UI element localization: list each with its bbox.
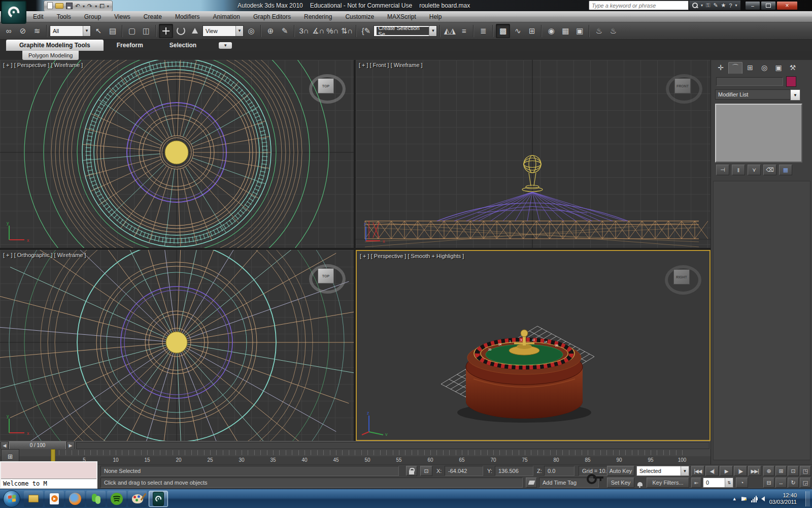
help-icon[interactable]: ? [729, 3, 732, 9]
key-mode-dropdown[interactable]: Selected ▼ [636, 466, 689, 476]
select-by-name-icon[interactable]: ▤ [106, 24, 119, 38]
title-bar[interactable]: ↶▾ ↷▾ ⧠▾ Autodesk 3ds Max 2010 Education… [0, 0, 812, 11]
create-tab-icon[interactable]: ✛ [714, 62, 727, 73]
subscription-key-icon[interactable]: ⚿ [706, 2, 710, 9]
key-mode-toggle-button[interactable]: ⇤ [691, 478, 701, 488]
schematic-view-icon[interactable]: ⊞ [525, 24, 538, 38]
play-button[interactable]: ▶ [720, 466, 733, 476]
menu-item[interactable]: Graph Editors [247, 11, 297, 22]
rectangular-selection-region-icon[interactable]: ▢ [125, 24, 139, 38]
viewport-label[interactable]: [ + ] [ Perspective ] [ Wireframe ] [3, 62, 83, 68]
taskbar-clock[interactable]: 12:40 03/03/2011 [769, 492, 797, 505]
select-object-icon[interactable]: ↖ [92, 24, 105, 38]
menu-item[interactable]: MAXScript [381, 11, 423, 22]
redo-icon[interactable]: ↷ [87, 3, 92, 9]
volume-icon[interactable] [761, 496, 765, 501]
unlink-selection-icon[interactable]: ⊘ [16, 24, 29, 38]
viewport-front[interactable]: [ + ] [ Front ] [ Wireframe ] [356, 60, 710, 248]
action-center-flag-icon[interactable] [741, 497, 747, 501]
new-scene-icon[interactable] [47, 2, 53, 10]
material-editor-icon[interactable]: ◉ [545, 24, 558, 38]
selection-lock-button[interactable] [406, 466, 417, 476]
taskbar-firefox-button[interactable] [65, 491, 85, 507]
snaps-toggle-icon[interactable]: 3∩ [297, 24, 311, 38]
bind-to-space-warp-icon[interactable]: ≋ [30, 24, 44, 38]
set-keys-button[interactable] [587, 473, 604, 482]
viewcube-face[interactable]: RIGHT [673, 269, 690, 284]
menu-item[interactable]: Views [108, 11, 137, 22]
restore-button[interactable] [761, 1, 776, 10]
taskbar-3dsmax-button[interactable] [149, 491, 168, 507]
polygon-modeling-panel-tab[interactable]: Polygon Modeling [22, 51, 79, 60]
viewcube-face[interactable]: FRONT [674, 78, 691, 93]
dropdown-arrow-icon[interactable]: ▼ [429, 26, 436, 36]
modifier-list-arrow-icon[interactable]: ▼ [790, 89, 800, 101]
viewcube[interactable]: RIGHT [665, 263, 697, 293]
select-and-rotate-icon[interactable] [174, 24, 187, 38]
key-filters-button[interactable]: Key Filters... [647, 478, 689, 488]
dropdown-arrow-icon[interactable]: ▼ [83, 26, 90, 36]
ribbon-minimize-icon[interactable]: ▼ [219, 42, 232, 49]
menu-item[interactable]: Create [137, 11, 168, 22]
modifier-stack[interactable] [715, 104, 802, 163]
viewcube-face[interactable]: TOP [318, 268, 334, 283]
track-bar[interactable] [0, 449, 710, 456]
viewcube[interactable]: TOP [309, 262, 342, 292]
close-button[interactable]: × [776, 1, 798, 10]
select-and-scale-icon[interactable] [188, 24, 201, 38]
start-button[interactable] [3, 490, 20, 507]
go-to-start-button[interactable]: |◀◀ [691, 466, 704, 476]
zoom-extents-all-button[interactable]: ◳ [800, 466, 811, 476]
next-frame-arrow[interactable]: ▶ [66, 441, 75, 450]
zoom-button[interactable]: ⊕ [763, 466, 774, 476]
menu-item[interactable]: Help [423, 11, 449, 22]
viewport-top[interactable]: [ + ] [ Perspective ] [ Wireframe ] [0, 60, 354, 248]
viewport-orthographic[interactable]: [ + ] [ Orthographic ] [ Wireframe ] [0, 250, 354, 441]
y-coordinate-field[interactable]: 136.506 [495, 466, 533, 476]
application-menu-button[interactable] [1, 1, 26, 24]
tab-graphite-modeling-tools[interactable]: Graphite Modeling Tools [6, 40, 104, 51]
object-name-field[interactable] [716, 77, 783, 86]
named-selection-sets-icon[interactable]: {✎ [359, 24, 373, 38]
viewcube[interactable]: TOP [309, 72, 342, 102]
configure-modifier-sets-icon[interactable]: ▦ [779, 165, 792, 175]
keyboard-shortcut-override-icon[interactable]: ✎ [278, 24, 291, 38]
viewport-perspective-active[interactable]: [ + ] [ Perspective ] [ Smooth + Highlig… [356, 250, 710, 441]
named-selection-dropdown[interactable]: Create Selection Se ▼ [374, 25, 437, 37]
help-dropdown-icon[interactable]: ▾ [735, 3, 737, 8]
align-icon[interactable]: ≡ [457, 24, 470, 38]
pin-stack-icon[interactable]: ⊣ [716, 165, 729, 175]
qat-dropdown-icon[interactable]: ▾ [107, 4, 109, 9]
maximize-viewport-toggle-button[interactable]: ◲ [800, 478, 811, 488]
favorites-star-icon[interactable]: ★ [721, 2, 726, 9]
menu-item[interactable]: Group [78, 11, 108, 22]
zoom-all-button[interactable]: ⊞ [775, 466, 787, 476]
use-pivot-point-center-icon[interactable]: ◎ [245, 24, 258, 38]
manage-scenes-icon[interactable]: ⧠ [99, 3, 105, 9]
undo-dropdown-icon[interactable]: ▾ [83, 4, 85, 9]
make-unique-icon[interactable]: ⋎ [748, 165, 761, 175]
viewcube[interactable]: FRONT [666, 72, 698, 102]
tab-selection[interactable]: Selection [156, 40, 210, 51]
menu-item[interactable]: Edit [26, 11, 50, 22]
show-hidden-icons-icon[interactable]: ▲ [732, 496, 737, 501]
angle-snap-icon[interactable]: ∡∩ [312, 24, 325, 38]
remove-modifier-icon[interactable]: ⌫ [763, 165, 776, 175]
time-configuration-button[interactable]: ◔ [736, 478, 748, 488]
arc-rotate-button[interactable]: ↻ [788, 478, 799, 488]
taskbar-messenger-button[interactable] [86, 491, 106, 507]
zoom-extents-button[interactable]: ⊡ [788, 466, 799, 476]
time-tag-icon[interactable] [526, 478, 537, 488]
absolute-offset-toggle[interactable]: ⊡ [420, 466, 432, 476]
select-and-manipulate-icon[interactable]: ⊕ [264, 24, 277, 38]
selection-filter-dropdown[interactable]: All ▼ [50, 25, 91, 37]
utilities-tab-icon[interactable]: ⚒ [786, 62, 799, 73]
x-coordinate-field[interactable]: -64.042 [445, 466, 483, 476]
object-color-swatch[interactable] [786, 76, 796, 87]
menu-item[interactable]: Modifiers [168, 11, 207, 22]
redo-dropdown-icon[interactable]: ▾ [95, 4, 97, 9]
next-frame-button[interactable]: |▶ [734, 466, 747, 476]
render-iterative-icon[interactable]: ♨ [606, 24, 620, 38]
modifier-list-dropdown[interactable]: Modifier List [715, 89, 794, 100]
dropdown-arrow-icon[interactable]: ▼ [681, 466, 689, 475]
